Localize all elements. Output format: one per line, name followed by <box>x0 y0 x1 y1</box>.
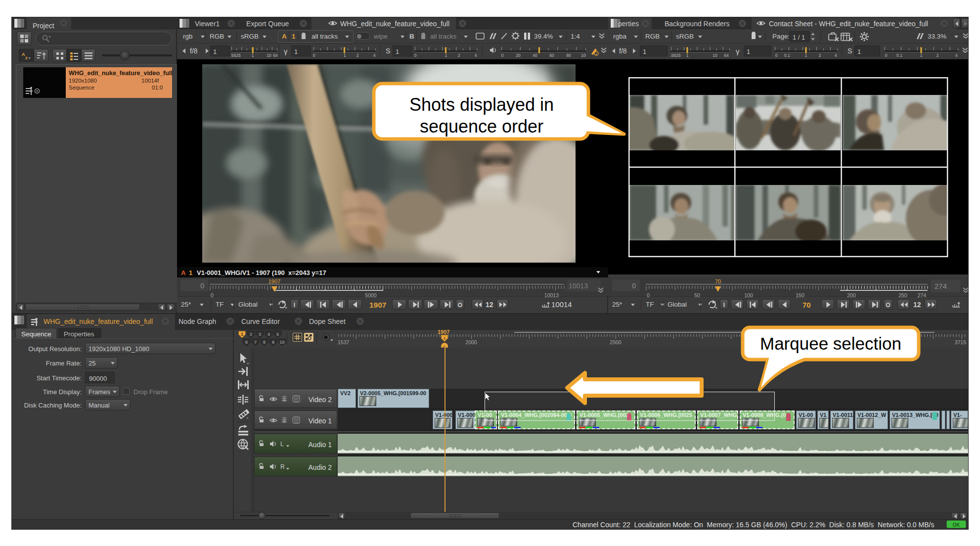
svg-text:64: 64 <box>724 53 729 58</box>
svg-text:64: 64 <box>273 53 277 58</box>
svg-text:0.015625: 0.015625 <box>670 53 681 58</box>
svg-text:0: 0 <box>313 53 315 58</box>
svg-text:10: 10 <box>279 340 284 345</box>
svg-text:0: 0 <box>501 53 504 58</box>
svg-text:2: 2 <box>458 53 460 58</box>
svg-text:sequence order: sequence order <box>420 116 543 136</box>
svg-text:100: 100 <box>744 292 753 298</box>
svg-text:2: 2 <box>250 332 252 337</box>
svg-text:1: 1 <box>805 53 807 58</box>
svg-text:80: 80 <box>566 53 571 58</box>
svg-text:4: 4 <box>475 53 477 58</box>
svg-text:1907: 1907 <box>268 278 280 284</box>
svg-text:1: 1 <box>344 53 346 58</box>
svg-text:9: 9 <box>272 340 274 345</box>
svg-text:1: 1 <box>920 53 923 58</box>
svg-text:1: 1 <box>686 53 689 58</box>
svg-text:2: 2 <box>356 53 359 58</box>
svg-text:8: 8 <box>263 340 266 345</box>
svg-text:250: 250 <box>898 292 907 298</box>
svg-text:1537: 1537 <box>338 339 350 345</box>
svg-text:i: i <box>596 51 597 56</box>
svg-text:10: 10 <box>713 53 717 58</box>
svg-text:70: 70 <box>715 278 721 284</box>
svg-text:60: 60 <box>549 53 554 58</box>
svg-text:Shots displayed in: Shots displayed in <box>409 94 554 115</box>
svg-text:2: 2 <box>936 53 939 58</box>
svg-text:1: 1 <box>444 336 446 341</box>
svg-text:7: 7 <box>254 340 257 345</box>
svg-text:100: 100 <box>581 53 586 58</box>
svg-text:4: 4 <box>267 332 270 337</box>
svg-text:0: 0 <box>414 53 417 58</box>
svg-text:2: 2 <box>819 53 821 58</box>
svg-text:1: 1 <box>445 53 447 58</box>
svg-text:A: A <box>22 52 25 57</box>
svg-text:0.1: 0.1 <box>896 53 902 58</box>
svg-text:1: 1 <box>252 53 254 58</box>
svg-text:20: 20 <box>516 53 521 58</box>
svg-text:4: 4 <box>835 53 837 58</box>
svg-text:5: 5 <box>276 332 279 337</box>
svg-text:0: 0 <box>885 53 888 58</box>
svg-text:4: 4 <box>373 53 376 58</box>
svg-text:0.015625: 0.015625 <box>231 53 241 58</box>
svg-text:0: 0 <box>647 292 650 298</box>
svg-text:50: 50 <box>694 292 700 298</box>
svg-text:10: 10 <box>267 53 271 58</box>
svg-text:2500: 2500 <box>610 339 622 345</box>
svg-text:200: 200 <box>847 292 856 298</box>
svg-text:10013: 10013 <box>544 292 559 298</box>
svg-text:274: 274 <box>917 292 926 298</box>
svg-text:Marquee selection: Marquee selection <box>760 334 901 353</box>
svg-text:0: 0 <box>211 292 214 298</box>
svg-text:1: 1 <box>241 332 243 337</box>
svg-text:40: 40 <box>533 53 537 58</box>
svg-text:z: z <box>25 55 28 60</box>
svg-text:5000: 5000 <box>365 292 377 298</box>
svg-text:4: 4 <box>955 53 958 58</box>
svg-text:150: 150 <box>796 292 804 298</box>
svg-text:2000: 2000 <box>465 339 477 345</box>
svg-text:6: 6 <box>245 340 248 345</box>
svg-text:0.1: 0.1 <box>784 53 790 58</box>
svg-text:0: 0 <box>775 53 778 58</box>
svg-text:3: 3 <box>259 332 261 337</box>
